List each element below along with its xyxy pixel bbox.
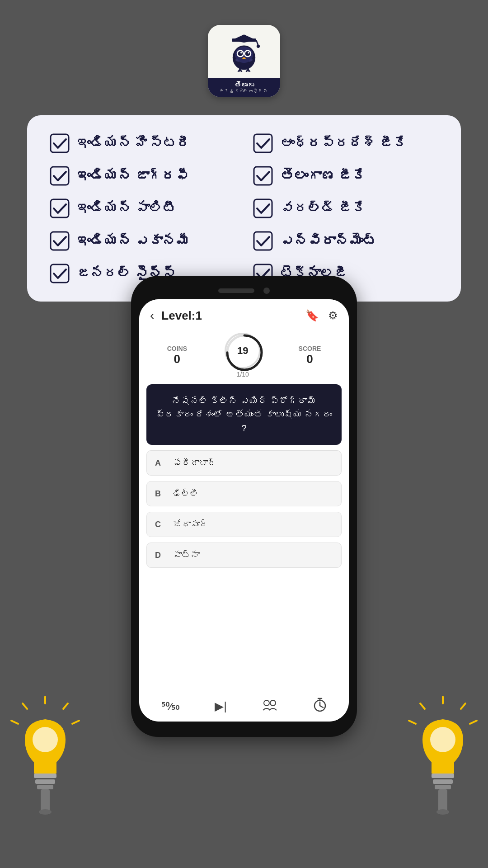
score-label: SCORE xyxy=(299,345,321,352)
svg-line-33 xyxy=(63,703,68,709)
option-d[interactable]: D పాట్నా xyxy=(146,542,342,568)
lightbulb-right xyxy=(398,694,488,823)
options-container: A ఫరీదాబాద్ B ఢిల్లీ C జోధాపూర్ D పాట్నా xyxy=(139,450,349,568)
checkbox-icon-6 xyxy=(50,231,70,251)
checkbox-icon-0 xyxy=(50,133,70,153)
svg-line-44 xyxy=(461,703,465,709)
svg-rect-49 xyxy=(432,774,454,778)
svg-rect-38 xyxy=(34,774,56,778)
svg-line-29 xyxy=(320,706,323,708)
coins-block: COINS 0 xyxy=(167,345,187,366)
app-icon-bottom: తెలుగు జీకే & కరెంట్ అఫైర్స్ xyxy=(208,78,280,97)
coins-label: COINS xyxy=(167,345,187,352)
option-b-letter: B xyxy=(155,489,166,499)
checkbox-icon-2 xyxy=(50,166,70,186)
feature-label-2: ఇండియన్ జాగ్రఫీ xyxy=(77,168,189,184)
feature-label-4: ఇండియన్ పాలిటీ xyxy=(77,201,176,216)
feature-item-5: వరల్డ్ జీకే xyxy=(253,198,438,218)
nav-audience[interactable] xyxy=(262,698,277,714)
feature-label-3: తెలంగాణ జీకే xyxy=(280,168,365,184)
feature-item-6: ఇండియన్ ఎకానమీ xyxy=(50,231,235,251)
svg-line-46 xyxy=(420,703,425,709)
svg-rect-51 xyxy=(435,785,451,789)
checkbox-icon-3 xyxy=(253,166,273,186)
feature-label-5: వరల్డ్ జీకే xyxy=(280,201,365,216)
feature-item-4: ఇండియన్ పాలిటీ xyxy=(50,198,235,218)
back-button[interactable]: ‹ xyxy=(150,308,154,323)
feature-item-2: ఇండియన్ జాగ్రఫీ xyxy=(50,166,235,186)
svg-rect-52 xyxy=(438,789,447,812)
option-b-text: ఢిల్లీ xyxy=(173,489,199,499)
level-title: Level:1 xyxy=(161,309,305,323)
feature-label-7: ఎన్విరాన్మెంట్ xyxy=(280,233,376,249)
svg-point-48 xyxy=(430,727,455,752)
owl-icon xyxy=(224,31,264,72)
score-value: 0 xyxy=(299,352,321,366)
svg-line-45 xyxy=(470,721,477,724)
checkbox-icon-5 xyxy=(253,198,273,218)
option-a-text: ఫరీదాబాద్ xyxy=(173,458,216,468)
question-text: నేషనల్ క్లీన్ ఎయిర్ ప్రోగ్రామ్ ప్రకారం ద… xyxy=(155,394,333,435)
svg-line-2 xyxy=(256,40,258,45)
checkbox-icon-1 xyxy=(253,133,273,153)
phone-speaker xyxy=(218,288,254,293)
feature-label-1: ఆంధ్రప్రదేశ్ జీకే xyxy=(280,136,406,151)
checkbox-icon-7 xyxy=(253,231,273,251)
question-box: నేషనల్ క్లీన్ ఎయిర్ ప్రోగ్రామ్ ప్రకారం ద… xyxy=(146,384,342,445)
svg-point-9 xyxy=(245,51,250,56)
timer-value: 19 xyxy=(237,345,248,357)
app-title: తెలుగు xyxy=(210,81,278,89)
feature-item-3: తెలంగాణ జీకే xyxy=(253,166,438,186)
nav-5050[interactable]: ⁵⁰⁄₅₀ xyxy=(161,701,179,712)
svg-point-26 xyxy=(270,700,276,706)
features-box: ఇండియన్ హిస్టరీ ఆంధ్రప్రదేశ్ జీకే ఇండియన… xyxy=(27,115,461,302)
nav-timer[interactable] xyxy=(313,698,327,715)
app-icon-section: తెలుగు జీకే & కరెంట్ అఫైర్స్ xyxy=(0,0,488,97)
svg-point-25 xyxy=(264,700,269,706)
timer-block: 19 1/10 xyxy=(225,333,261,378)
svg-point-37 xyxy=(33,727,58,752)
svg-point-3 xyxy=(257,44,260,47)
nav-5050-icon: ⁵⁰⁄₅₀ xyxy=(161,701,179,712)
app-icon: తెలుగు జీకే & కరెంట్ అఫైర్స్ xyxy=(208,25,280,97)
svg-point-8 xyxy=(238,51,243,56)
option-c[interactable]: C జోధాపూర్ xyxy=(146,512,342,537)
svg-line-36 xyxy=(11,721,18,724)
bottom-nav: ⁵⁰⁄₅₀ ▶| xyxy=(139,691,349,722)
svg-rect-50 xyxy=(433,779,453,784)
feature-item-7: ఎన్విరాన్మెంట్ xyxy=(253,231,438,251)
svg-point-42 xyxy=(39,809,52,815)
header-icons: 🔖 ⚙ xyxy=(305,309,338,322)
phone-camera xyxy=(263,288,270,294)
option-c-letter: C xyxy=(155,520,166,529)
feature-label-0: ఇండియన్ హిస్టరీ xyxy=(77,136,190,151)
coins-value: 0 xyxy=(167,352,187,366)
quiz-header: ‹ Level:1 🔖 ⚙ xyxy=(139,299,349,328)
feature-item-0: ఇండియన్ హిస్టరీ xyxy=(50,133,235,153)
settings-icon[interactable]: ⚙ xyxy=(328,309,338,322)
svg-rect-40 xyxy=(37,785,53,789)
score-block: SCORE 0 xyxy=(299,345,321,366)
svg-point-10 xyxy=(240,52,242,53)
svg-point-53 xyxy=(436,809,449,815)
feature-item-1: ఆంధ్రప్రదేశ్ జీకే xyxy=(253,133,438,153)
option-a-letter: A xyxy=(155,458,166,468)
svg-line-34 xyxy=(72,721,79,724)
phone-screen: ‹ Level:1 🔖 ⚙ COINS 0 19 1 xyxy=(139,299,349,722)
phone-notch xyxy=(139,284,349,297)
svg-line-47 xyxy=(409,721,416,724)
option-b[interactable]: B ఢిల్లీ xyxy=(146,481,342,506)
nav-skip[interactable]: ▶| xyxy=(215,699,227,713)
option-a[interactable]: A ఫరీదాబాద్ xyxy=(146,450,342,476)
phone-mockup: ‹ Level:1 🔖 ⚙ COINS 0 19 1 xyxy=(131,276,357,737)
svg-line-35 xyxy=(23,703,27,709)
app-subtitle: జీకే & కరెంట్ అఫైర్స్ xyxy=(210,89,278,94)
nav-audience-icon xyxy=(262,698,277,714)
option-c-text: జోధాపూర్ xyxy=(173,519,208,529)
bookmark-icon[interactable]: 🔖 xyxy=(305,309,319,322)
lightbulb-left xyxy=(0,694,90,823)
svg-point-11 xyxy=(248,52,249,53)
option-d-letter: D xyxy=(155,551,166,560)
svg-rect-41 xyxy=(41,789,50,812)
lightbulb-left-svg xyxy=(0,694,90,821)
